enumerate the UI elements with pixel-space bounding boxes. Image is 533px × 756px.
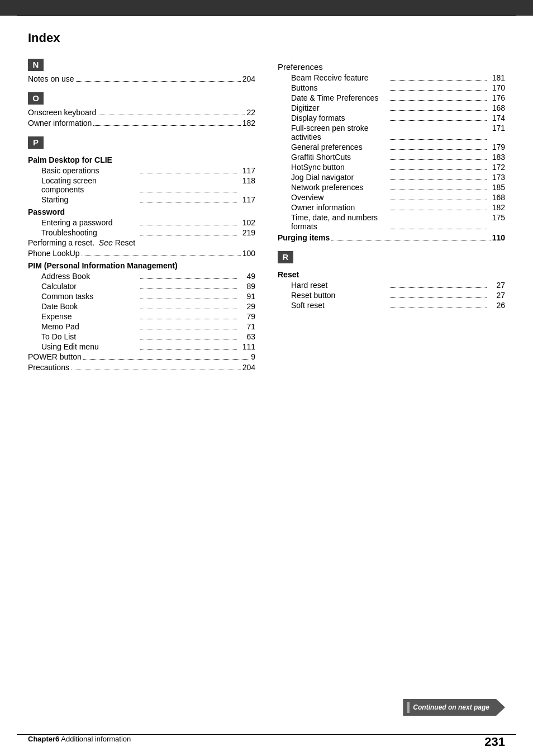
right-column: Preferences Beam Receive feature 181 But… xyxy=(278,59,505,381)
entry-time-date-numbers: Time, date, and numbers formats 175 xyxy=(278,213,505,231)
entry-power-button: POWER button 9 xyxy=(28,352,255,361)
footer: Chapter6 Additional information 231 xyxy=(0,735,533,749)
entry-calculator: Calculator 89 xyxy=(28,282,255,291)
entry-owner-info-r: Owner information 182 xyxy=(278,203,505,212)
entry-owner-information: Owner information 182 xyxy=(28,119,255,127)
entry-reset-button: Reset button 27 xyxy=(278,291,505,300)
top-bar xyxy=(0,0,533,16)
continued-label: Continued on next page xyxy=(413,703,489,711)
entry-phone-lookup: Phone LookUp 100 xyxy=(28,249,255,258)
section-p: P Palm Desktop for CLIE Basic operations… xyxy=(28,136,255,372)
entry-purging-items: Purging items 110 xyxy=(278,233,505,242)
footer-chapter: Chapter6 Additional information xyxy=(28,735,131,749)
entry-overview: Overview 168 xyxy=(278,193,505,202)
chapter-desc: Additional information xyxy=(61,735,131,743)
section-o: O Onscreen keyboard 22 Owner information… xyxy=(28,92,255,127)
entry-locating-screen: Locating screen components 118 xyxy=(28,176,255,194)
entry-jog-dial: Jog Dial navigator 173 xyxy=(278,173,505,182)
entry-precautions: Precautions 204 xyxy=(28,363,255,372)
entry-onscreen-keyboard: Onscreen keyboard 22 xyxy=(28,108,255,117)
entry-graffiti-shortcuts: Graffiti ShortCuts 183 xyxy=(278,153,505,162)
cat-password: Password xyxy=(28,207,255,216)
entry-entering-password: Entering a password 102 xyxy=(28,218,255,227)
continued-bar xyxy=(407,702,410,713)
entry-general-prefs: General preferences 179 xyxy=(278,143,505,152)
letter-o-badge: O xyxy=(28,92,44,105)
cat-palm-desktop: Palm Desktop for CLIE xyxy=(28,155,255,164)
entry-digitizer: Digitizer 168 xyxy=(278,103,505,112)
cat-preferences: Preferences xyxy=(278,62,505,72)
entry-memo-pad: Memo Pad 71 xyxy=(28,322,255,331)
chapter-label: Chapter6 xyxy=(28,735,59,743)
section-r: R Reset Hard reset 27 Reset button 27 So… xyxy=(278,251,505,310)
letter-p-badge: P xyxy=(28,136,44,149)
cat-pim: PIM (Personal Information Management) xyxy=(28,261,255,270)
letter-r-badge: R xyxy=(278,251,293,263)
entry-starting: Starting 117 xyxy=(28,195,255,204)
columns-container: N Notes on use 204 O Onscreen keyboard 2… xyxy=(28,59,505,381)
entry-date-time-prefs: Date & Time Preferences 176 xyxy=(278,93,505,102)
entry-using-edit-menu: Using Edit menu 111 xyxy=(28,342,255,351)
entry-basic-operations: Basic operations 117 xyxy=(28,166,255,175)
entry-buttons: Buttons 170 xyxy=(278,83,505,92)
entry-address-book: Address Book 49 xyxy=(28,272,255,281)
entry-common-tasks: Common tasks 91 xyxy=(28,292,255,301)
entry-date-book: Date Book 29 xyxy=(28,302,255,311)
entry-to-do-list: To Do List 63 xyxy=(28,332,255,341)
entry-display-formats: Display formats 174 xyxy=(278,114,505,122)
section-n: N Notes on use 204 xyxy=(28,59,255,83)
footer-page-number: 231 xyxy=(484,735,505,749)
entry-beam-receive: Beam Receive feature 181 xyxy=(278,73,505,82)
entry-soft-reset: Soft reset 26 xyxy=(278,301,505,310)
left-column: N Notes on use 204 O Onscreen keyboard 2… xyxy=(28,59,255,381)
entry-expense: Expense 79 xyxy=(28,312,255,321)
continued-banner: Continued on next page xyxy=(403,699,505,716)
entry-performing-reset: Performing a reset. See Reset xyxy=(28,238,255,247)
page-title: Index xyxy=(28,31,505,45)
page-content: Index N Notes on use 204 O Onscreen keyb… xyxy=(0,16,533,414)
entry-network-prefs: Network preferences 185 xyxy=(278,183,505,192)
entry-fullscreen-pen: Full-screen pen stroke activities 171 xyxy=(278,124,505,141)
letter-n-badge: N xyxy=(28,59,44,71)
entry-notes-on-use: Notes on use 204 xyxy=(28,74,255,83)
cat-reset: Reset xyxy=(278,270,505,279)
entry-troubleshooting: Troubleshooting 219 xyxy=(28,228,255,237)
section-preferences: Preferences Beam Receive feature 181 But… xyxy=(278,62,505,242)
entry-hotsync-button: HotSync button 172 xyxy=(278,163,505,172)
entry-hard-reset: Hard reset 27 xyxy=(278,281,505,290)
